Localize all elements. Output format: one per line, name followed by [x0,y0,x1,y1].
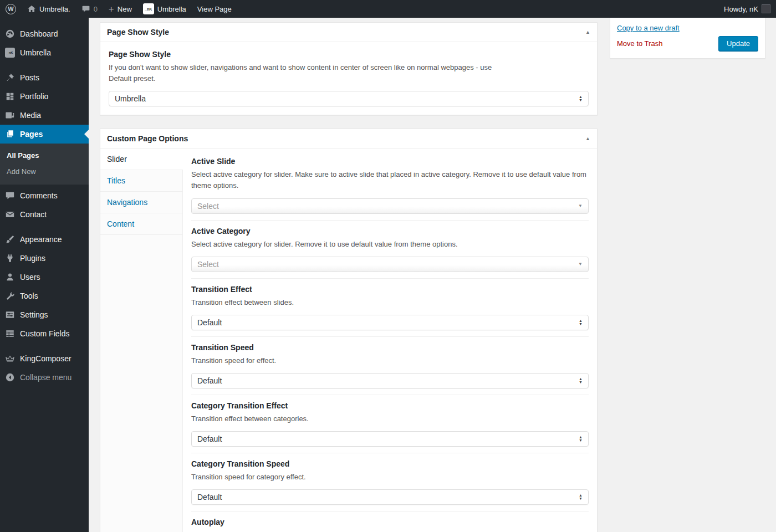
main-column: Page Show Style ▲ Page Show Style If you… [100,22,598,532]
move-to-trash-link[interactable]: Move to Trash [617,39,662,48]
metabox-title: Page Show Style [107,28,169,37]
sidebar-item-label: Custom Fields [20,329,69,338]
comments-icon [4,190,16,201]
user-icon [4,272,16,283]
select-arrows-icon: ▲▼ [579,494,583,501]
sidebar-item-comments[interactable]: Comments [0,186,89,205]
wp-logo-menu[interactable]: W [0,0,22,18]
metabox-body: Slider Titles Navigations Content Active… [100,149,597,532]
metabox-header[interactable]: Custom Page Options ▲ [100,129,597,149]
sidebar-item-collapse-menu[interactable]: Collapse menu [0,368,89,387]
submenu-item-all-pages[interactable]: All Pages [0,147,89,163]
pages-submenu: All Pages Add New [0,144,89,185]
metabox-title: Custom Page Options [107,134,188,143]
nk-site-label: Umbrella [157,5,186,13]
pushpin-icon [4,72,16,83]
content-area: Page Show Style ▲ Page Show Style If you… [89,18,776,532]
sidebar-item-settings[interactable]: Settings [0,305,89,324]
category-transition-speed-select[interactable]: Default ▲▼ [191,489,589,505]
field-label: Autoplay [191,518,589,526]
comments-menu[interactable]: 0 [76,0,103,18]
nk-theme-icon: _nK [4,47,16,58]
home-icon [27,4,36,13]
sidebar-item-media[interactable]: Media [0,106,89,125]
sidebar-item-label: KingComposer [20,354,72,363]
sidebar-item-users[interactable]: Users [0,268,89,287]
sidebar-item-tools[interactable]: Tools [0,287,89,305]
custom-fields-table-icon [4,328,16,339]
collapse-toggle-icon[interactable]: ▲ [574,29,590,35]
nk-theme-icon: _nK [143,3,154,14]
sidebar-item-label: Appearance [20,235,62,244]
new-content-menu[interactable]: + New [103,0,137,18]
field-description: If you don't want to show slider, naviga… [109,62,508,84]
sidebar-item-contact[interactable]: Contact [0,205,89,224]
sidebar-item-label: Pages [20,130,43,139]
field-active-slide: Active Slide Select active category for … [191,157,589,220]
publish-actions-box: Copy to a new draft Move to Trash Update [610,18,765,59]
field-description: Select active category for slider. Make … [191,169,589,191]
active-slide-select[interactable]: Select ▼ [191,198,589,214]
sidebar-item-kingcomposer[interactable]: KingComposer [0,349,89,368]
dashboard-icon [4,28,16,39]
active-category-select[interactable]: Select ▼ [191,257,589,272]
view-page-menu[interactable]: View Page [192,0,237,18]
site-name-menu[interactable]: Umbrella. [22,0,76,18]
sidebar-item-dashboard[interactable]: Dashboard [0,24,89,43]
transition-effect-select[interactable]: Default ▲▼ [191,315,589,330]
category-transition-effect-select[interactable]: Default ▲▼ [191,431,589,447]
howdy-account-menu[interactable]: Howdy, nK [718,0,776,18]
sidebar-item-posts[interactable]: Posts [0,68,89,87]
avatar [762,4,770,13]
page-show-style-select[interactable]: Umbrella ▲▼ [109,91,589,106]
site-name-label: Umbrella. [39,5,70,13]
plug-icon [4,253,16,264]
field-label: Active Category [191,227,589,236]
field-autoplay: Autoplay Default ▲▼ [191,518,589,532]
paintbrush-icon [4,234,16,245]
custom-page-options-metabox: Custom Page Options ▲ Slider Titles Navi… [100,129,598,532]
update-button[interactable]: Update [718,36,758,51]
transition-speed-select[interactable]: Default ▲▼ [191,373,589,388]
options-tabs: Slider Titles Navigations Content [100,149,183,532]
sidebar-item-umbrella[interactable]: _nK Umbrella [0,43,89,62]
field-description: Select active category for slider. Remov… [191,239,589,250]
field-label: Transition Speed [191,343,589,352]
dropdown-arrow-icon: ▼ [578,203,583,208]
copy-to-new-draft-link[interactable]: Copy to a new draft [617,24,680,32]
tab-content[interactable]: Content [100,213,182,235]
select-arrows-icon: ▲▼ [579,377,583,385]
select-value: Default [197,376,222,385]
sidebar-item-label: Portfolio [20,92,48,101]
new-label: New [118,5,132,13]
metabox-header[interactable]: Page Show Style ▲ [100,23,597,42]
sidebar-item-pages[interactable]: Pages [0,125,89,144]
sidebar-item-portfolio[interactable]: Portfolio [0,87,89,106]
select-value: Umbrella [115,94,146,103]
nk-umbrella-menu[interactable]: _nK Umbrella [137,0,192,18]
sidebar-item-custom-fields[interactable]: Custom Fields [0,324,89,343]
tab-slider[interactable]: Slider [100,149,183,170]
sidebar-item-label: Settings [20,310,48,319]
wrench-icon [4,290,16,301]
dropdown-arrow-icon: ▼ [578,262,583,267]
side-column: Copy to a new draft Move to Trash Update [610,18,765,59]
admin-bar: W Umbrella. 0 + New _nK Umbrella View Pa… [0,0,776,18]
field-description: Transition effect between slides. [191,297,589,308]
select-arrows-icon: ▲▼ [579,436,583,443]
sidebar-item-label: Users [20,273,40,282]
select-placeholder: Select [197,260,219,269]
field-description: Transition effect between categories. [191,413,589,424]
sidebar-item-appearance[interactable]: Appearance [0,230,89,249]
settings-sliders-icon [4,309,16,320]
sidebar-item-plugins[interactable]: Plugins [0,249,89,268]
tab-titles[interactable]: Titles [100,170,182,192]
select-arrows-icon: ▲▼ [579,95,583,103]
tab-navigations[interactable]: Navigations [100,192,182,213]
field-description: Transition speed for effect. [191,355,589,366]
field-category-transition-effect: Category Transition Effect Transition ef… [191,401,589,453]
collapse-arrow-icon [4,372,16,383]
submenu-item-add-new[interactable]: Add New [0,163,89,180]
collapse-toggle-icon[interactable]: ▲ [574,136,590,141]
field-transition-effect: Transition Effect Transition effect betw… [191,285,589,337]
